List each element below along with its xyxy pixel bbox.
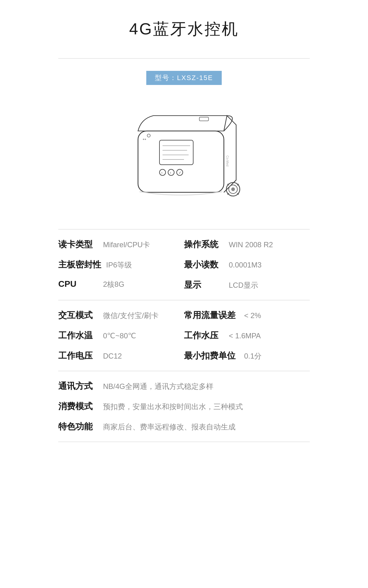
- svg-text:‹: ‹: [161, 171, 163, 175]
- svg-text:Co-Med: Co-Med: [226, 156, 229, 167]
- specs-row-3-1: 通讯方式 NB/4G全网通，通讯方式稳定多样: [58, 380, 310, 392]
- spec-item-cpu: CPU 2核8G: [58, 279, 184, 291]
- spec-item-flow-error: 常用流量误差 < 2%: [184, 309, 310, 321]
- svg-text:›: ›: [170, 171, 171, 175]
- specs-row-1-2: 主板密封性 IP6等级 最小读数 0.0001M3: [58, 259, 310, 271]
- spec-item-os: 操作系统 WIN 2008 R2: [184, 239, 310, 250]
- spec-item-seal: 主板密封性 IP6等级: [58, 259, 184, 271]
- spec-label-voltage: 工作电压: [58, 350, 98, 362]
- svg-rect-23: [199, 117, 209, 121]
- spec-label-min-reading: 最小读数: [184, 259, 224, 271]
- spec-label-flow-error: 常用流量误差: [184, 309, 239, 321]
- spec-item-card-type: 读卡类型 Mifarel/CPU卡: [58, 239, 184, 250]
- specs-section: 读卡类型 Mifarel/CPU卡 操作系统 WIN 2008 R2 主板密封性…: [58, 229, 310, 442]
- svg-text:●●: ●●: [143, 137, 146, 141]
- spec-value-water-pressure: < 1.6MPA: [229, 332, 261, 340]
- spec-label-cpu: CPU: [58, 279, 98, 289]
- svg-text:✓: ✓: [178, 171, 182, 175]
- svg-point-20: [227, 193, 229, 195]
- spec-value-min-fee: 0.1分: [244, 351, 262, 361]
- spec-label-card-type: 读卡类型: [58, 239, 98, 250]
- spec-label-display: 显示: [184, 279, 224, 291]
- title-divider: [58, 58, 310, 59]
- spec-label-min-fee: 最小扣费单位: [184, 350, 239, 362]
- spec-item-min-reading: 最小读数 0.0001M3: [184, 259, 310, 271]
- spec-value-seal: IP6等级: [106, 260, 132, 270]
- spec-value-voltage: DC12: [103, 352, 122, 360]
- svg-point-18: [227, 184, 229, 186]
- spec-label-consumption: 消费模式: [58, 401, 98, 412]
- spec-item-voltage: 工作电压 DC12: [58, 350, 184, 362]
- spec-label-os: 操作系统: [184, 239, 224, 250]
- specs-row-1-3: CPU 2核8G 显示 LCD显示: [58, 279, 310, 291]
- specs-group-1: 读卡类型 Mifarel/CPU卡 操作系统 WIN 2008 R2 主板密封性…: [58, 229, 310, 300]
- spec-label-water-temp: 工作水温: [58, 330, 98, 341]
- spec-item-water-temp: 工作水温 0℃~80℃: [58, 330, 184, 341]
- model-badge: 型号：LXSZ-15E: [146, 71, 222, 85]
- product-illustration: ‹ › ✓ ●● Co-Med: [120, 100, 248, 217]
- spec-label-water-pressure: 工作水压: [184, 330, 224, 341]
- spec-value-water-temp: 0℃~80℃: [103, 332, 136, 340]
- spec-value-flow-error: < 2%: [244, 311, 261, 320]
- specs-row-1-1: 读卡类型 Mifarel/CPU卡 操作系统 WIN 2008 R2: [58, 239, 310, 250]
- specs-row-3-3: 特色功能 商家后台、费率远程修改、报表自动生成: [58, 421, 310, 432]
- spec-label-features: 特色功能: [58, 421, 98, 432]
- spec-label-comm: 通讯方式: [58, 380, 98, 392]
- specs-row-2-3: 工作电压 DC12 最小扣费单位 0.1分: [58, 350, 310, 362]
- spec-value-card-type: Mifarel/CPU卡: [103, 240, 150, 250]
- spec-label-seal: 主板密封性: [58, 259, 101, 271]
- spec-value-display: LCD显示: [229, 280, 258, 290]
- svg-point-17: [231, 187, 235, 191]
- specs-row-2-1: 交互模式 微信/支付宝/刷卡 常用流量误差 < 2%: [58, 309, 310, 321]
- page-title: 4G蓝牙水控机: [129, 18, 239, 40]
- spec-value-os: WIN 2008 R2: [229, 240, 273, 249]
- spec-item-interaction: 交互模式 微信/支付宝/刷卡: [58, 309, 184, 321]
- spec-item-water-pressure: 工作水压 < 1.6MPA: [184, 330, 310, 341]
- specs-row-2-2: 工作水温 0℃~80℃ 工作水压 < 1.6MPA: [58, 330, 310, 341]
- specs-row-3-2: 消费模式 预扣费，安量出水和按时间出水，三种模式: [58, 401, 310, 412]
- svg-point-19: [237, 184, 239, 186]
- svg-point-8: [168, 169, 174, 175]
- spec-value-interaction: 微信/支付宝/刷卡: [103, 311, 159, 321]
- spec-value-consumption: 预扣费，安量出水和按时间出水，三种模式: [103, 402, 310, 412]
- product-image: ‹ › ✓ ●● Co-Med: [120, 100, 248, 217]
- spec-value-comm: NB/4G全网通，通讯方式稳定多样: [103, 382, 310, 391]
- specs-group-3: 通讯方式 NB/4G全网通，通讯方式稳定多样 消费模式 预扣费，安量出水和按时间…: [58, 371, 310, 442]
- spec-value-cpu: 2核8G: [103, 279, 124, 289]
- spec-value-features: 商家后台、费率远程修改、报表自动生成: [103, 422, 310, 432]
- svg-point-7: [159, 169, 166, 175]
- specs-group-2: 交互模式 微信/支付宝/刷卡 常用流量误差 < 2% 工作水温 0℃~80℃ 工…: [58, 300, 310, 371]
- svg-point-21: [237, 193, 239, 195]
- svg-rect-2: [159, 140, 193, 165]
- product-image-container: ‹ › ✓ ●● Co-Med: [58, 100, 310, 217]
- spec-value-min-reading: 0.0001M3: [229, 261, 262, 269]
- spec-label-interaction: 交互模式: [58, 309, 98, 321]
- spec-item-display: 显示 LCD显示: [184, 279, 310, 291]
- spec-item-min-fee: 最小扣费单位 0.1分: [184, 350, 310, 362]
- svg-point-22: [147, 134, 150, 137]
